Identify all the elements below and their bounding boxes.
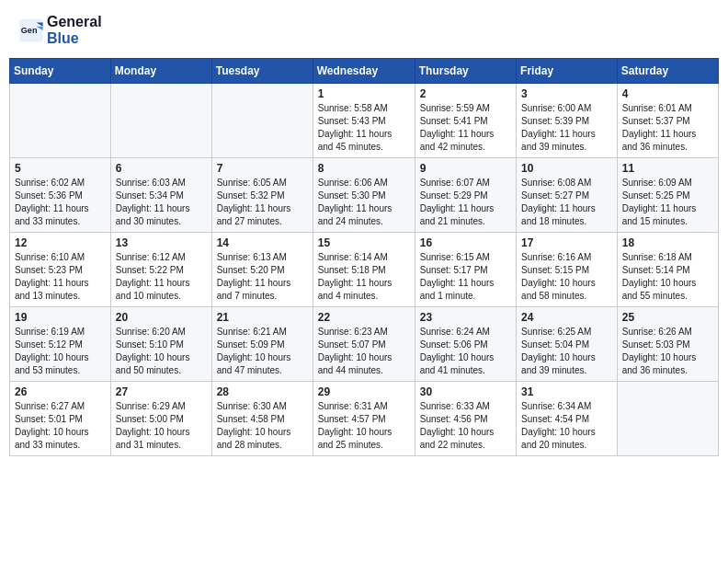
calendar-cell: 19Sunrise: 6:19 AM Sunset: 5:12 PM Dayli…: [10, 307, 111, 382]
calendar-weekday-tuesday: Tuesday: [211, 59, 313, 84]
calendar-week-row: 5Sunrise: 6:02 AM Sunset: 5:36 PM Daylig…: [10, 158, 719, 233]
day-number: 25: [622, 311, 713, 324]
calendar-cell: [211, 84, 313, 158]
day-info: Sunrise: 6:31 AM Sunset: 4:57 PM Dayligh…: [318, 400, 410, 452]
day-info: Sunrise: 6:12 AM Sunset: 5:22 PM Dayligh…: [116, 251, 207, 303]
day-number: 23: [420, 311, 511, 324]
day-info: Sunrise: 6:02 AM Sunset: 5:36 PM Dayligh…: [15, 177, 106, 228]
day-info: Sunrise: 6:09 AM Sunset: 5:25 PM Dayligh…: [622, 177, 713, 228]
calendar-cell: 16Sunrise: 6:15 AM Sunset: 5:17 PM Dayli…: [415, 233, 516, 307]
calendar-week-row: 26Sunrise: 6:27 AM Sunset: 5:01 PM Dayli…: [10, 382, 719, 456]
day-number: 24: [521, 311, 612, 324]
day-info: Sunrise: 6:26 AM Sunset: 5:03 PM Dayligh…: [622, 326, 713, 377]
calendar-weekday-wednesday: Wednesday: [313, 59, 415, 84]
day-number: 27: [116, 385, 207, 398]
day-info: Sunrise: 6:07 AM Sunset: 5:29 PM Dayligh…: [420, 177, 511, 228]
day-number: 31: [521, 385, 612, 398]
day-info: Sunrise: 6:00 AM Sunset: 5:39 PM Dayligh…: [521, 102, 612, 154]
day-number: 2: [420, 87, 511, 100]
calendar-cell: 1Sunrise: 5:58 AM Sunset: 5:43 PM Daylig…: [313, 84, 415, 158]
day-number: 7: [217, 162, 308, 175]
day-info: Sunrise: 6:34 AM Sunset: 4:54 PM Dayligh…: [521, 400, 612, 452]
day-number: 4: [622, 87, 713, 100]
day-info: Sunrise: 6:24 AM Sunset: 5:06 PM Dayligh…: [420, 326, 511, 377]
calendar-week-row: 1Sunrise: 5:58 AM Sunset: 5:43 PM Daylig…: [10, 84, 719, 158]
calendar-cell: 23Sunrise: 6:24 AM Sunset: 5:06 PM Dayli…: [415, 307, 516, 382]
day-number: 19: [15, 311, 106, 324]
day-number: 29: [318, 385, 410, 398]
calendar-cell: 12Sunrise: 6:10 AM Sunset: 5:23 PM Dayli…: [10, 233, 111, 307]
calendar-cell: 2Sunrise: 5:59 AM Sunset: 5:41 PM Daylig…: [415, 84, 516, 158]
day-number: 21: [217, 311, 308, 324]
calendar-cell: 27Sunrise: 6:29 AM Sunset: 5:00 PM Dayli…: [110, 382, 211, 456]
day-info: Sunrise: 6:19 AM Sunset: 5:12 PM Dayligh…: [15, 326, 106, 377]
calendar-cell: [617, 382, 718, 456]
day-number: 5: [15, 162, 106, 175]
calendar-cell: 25Sunrise: 6:26 AM Sunset: 5:03 PM Dayli…: [617, 307, 718, 382]
logo: Gen General Blue: [18, 14, 102, 46]
day-number: 13: [116, 236, 207, 249]
day-number: 14: [217, 236, 308, 249]
day-info: Sunrise: 6:06 AM Sunset: 5:30 PM Dayligh…: [318, 177, 410, 228]
calendar-weekday-sunday: Sunday: [10, 59, 111, 84]
day-number: 10: [521, 162, 612, 175]
calendar-week-row: 12Sunrise: 6:10 AM Sunset: 5:23 PM Dayli…: [10, 233, 719, 307]
day-info: Sunrise: 6:20 AM Sunset: 5:10 PM Dayligh…: [116, 326, 207, 377]
calendar-cell: 30Sunrise: 6:33 AM Sunset: 4:56 PM Dayli…: [415, 382, 516, 456]
calendar-cell: 7Sunrise: 6:05 AM Sunset: 5:32 PM Daylig…: [211, 158, 313, 233]
calendar-cell: 11Sunrise: 6:09 AM Sunset: 5:25 PM Dayli…: [617, 158, 718, 233]
day-info: Sunrise: 6:10 AM Sunset: 5:23 PM Dayligh…: [15, 251, 106, 303]
calendar-cell: 14Sunrise: 6:13 AM Sunset: 5:20 PM Dayli…: [211, 233, 313, 307]
calendar-week-row: 19Sunrise: 6:19 AM Sunset: 5:12 PM Dayli…: [10, 307, 719, 382]
day-info: Sunrise: 6:05 AM Sunset: 5:32 PM Dayligh…: [217, 177, 308, 228]
day-info: Sunrise: 5:58 AM Sunset: 5:43 PM Dayligh…: [318, 102, 410, 154]
day-info: Sunrise: 6:13 AM Sunset: 5:20 PM Dayligh…: [217, 251, 308, 303]
day-number: 9: [420, 162, 511, 175]
day-info: Sunrise: 6:14 AM Sunset: 5:18 PM Dayligh…: [318, 251, 410, 303]
day-info: Sunrise: 6:15 AM Sunset: 5:17 PM Dayligh…: [420, 251, 511, 303]
calendar-cell: 13Sunrise: 6:12 AM Sunset: 5:22 PM Dayli…: [110, 233, 211, 307]
calendar-cell: 31Sunrise: 6:34 AM Sunset: 4:54 PM Dayli…: [517, 382, 618, 456]
calendar-cell: 3Sunrise: 6:00 AM Sunset: 5:39 PM Daylig…: [517, 84, 618, 158]
calendar-cell: 28Sunrise: 6:30 AM Sunset: 4:58 PM Dayli…: [211, 382, 313, 456]
day-info: Sunrise: 6:21 AM Sunset: 5:09 PM Dayligh…: [217, 326, 308, 377]
day-info: Sunrise: 5:59 AM Sunset: 5:41 PM Dayligh…: [420, 102, 511, 154]
day-info: Sunrise: 6:18 AM Sunset: 5:14 PM Dayligh…: [622, 251, 713, 303]
day-number: 16: [420, 236, 511, 249]
day-info: Sunrise: 6:29 AM Sunset: 5:00 PM Dayligh…: [116, 400, 207, 452]
svg-text:Gen: Gen: [21, 25, 38, 34]
calendar-cell: 29Sunrise: 6:31 AM Sunset: 4:57 PM Dayli…: [313, 382, 415, 456]
day-number: 20: [116, 311, 207, 324]
calendar-header-row: SundayMondayTuesdayWednesdayThursdayFrid…: [10, 59, 719, 84]
day-info: Sunrise: 6:16 AM Sunset: 5:15 PM Dayligh…: [521, 251, 612, 303]
calendar-cell: 21Sunrise: 6:21 AM Sunset: 5:09 PM Dayli…: [211, 307, 313, 382]
day-number: 18: [622, 236, 713, 249]
day-info: Sunrise: 6:30 AM Sunset: 4:58 PM Dayligh…: [217, 400, 308, 452]
logo-icon: Gen: [18, 17, 44, 43]
day-number: 30: [420, 385, 511, 398]
logo-text: General Blue: [47, 14, 102, 46]
calendar-weekday-thursday: Thursday: [415, 59, 516, 84]
calendar-cell: 15Sunrise: 6:14 AM Sunset: 5:18 PM Dayli…: [313, 233, 415, 307]
day-number: 3: [521, 87, 612, 100]
day-number: 12: [15, 236, 106, 249]
calendar-weekday-friday: Friday: [517, 59, 618, 84]
calendar-cell: 18Sunrise: 6:18 AM Sunset: 5:14 PM Dayli…: [617, 233, 718, 307]
calendar-cell: 24Sunrise: 6:25 AM Sunset: 5:04 PM Dayli…: [517, 307, 618, 382]
calendar-cell: 8Sunrise: 6:06 AM Sunset: 5:30 PM Daylig…: [313, 158, 415, 233]
day-info: Sunrise: 6:23 AM Sunset: 5:07 PM Dayligh…: [318, 326, 410, 377]
day-info: Sunrise: 6:33 AM Sunset: 4:56 PM Dayligh…: [420, 400, 511, 452]
day-number: 11: [622, 162, 713, 175]
day-info: Sunrise: 6:03 AM Sunset: 5:34 PM Dayligh…: [116, 177, 207, 228]
calendar-weekday-monday: Monday: [110, 59, 211, 84]
day-number: 6: [116, 162, 207, 175]
day-info: Sunrise: 6:25 AM Sunset: 5:04 PM Dayligh…: [521, 326, 612, 377]
calendar-cell: 5Sunrise: 6:02 AM Sunset: 5:36 PM Daylig…: [10, 158, 111, 233]
calendar-cell: 4Sunrise: 6:01 AM Sunset: 5:37 PM Daylig…: [617, 84, 718, 158]
day-number: 1: [318, 87, 410, 100]
calendar-cell: 10Sunrise: 6:08 AM Sunset: 5:27 PM Dayli…: [517, 158, 618, 233]
day-info: Sunrise: 6:27 AM Sunset: 5:01 PM Dayligh…: [15, 400, 106, 452]
day-number: 28: [217, 385, 308, 398]
day-number: 8: [318, 162, 410, 175]
day-number: 26: [15, 385, 106, 398]
